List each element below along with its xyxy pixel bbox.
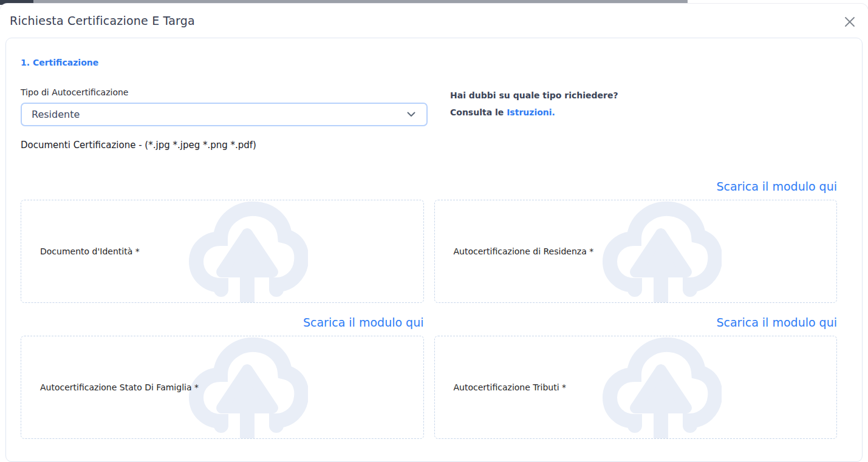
cloud-upload-icon — [600, 200, 722, 303]
section-step-title: 1. Certificazione — [21, 58, 837, 67]
form-panel: 1. Certificazione Tipo di Autocertificaz… — [5, 38, 863, 462]
download-link-spacer — [21, 178, 424, 194]
download-link-row-1: Scarica il modulo qui — [21, 178, 837, 194]
upload-box-autocert-stato-famiglia[interactable]: Autocertificazione Stato Di Famiglia * — [21, 336, 424, 439]
help-question: Hai dubbi su quale tipo richiedere? — [450, 89, 618, 101]
download-module-link-tributi[interactable]: Scarica il modulo qui — [716, 314, 837, 330]
cloud-upload-icon — [600, 336, 722, 439]
modal-header: Richiesta Certificazione E Targa — [0, 4, 868, 38]
close-button[interactable] — [841, 13, 858, 30]
help-answer: Consulta le Istruzioni. — [450, 106, 618, 118]
upload-box-label: Autocertificazione di Residenza * — [454, 246, 594, 256]
upload-grid-row-2: Autocertificazione Stato Di Famiglia * A… — [21, 336, 837, 439]
download-link-row-2: Scarica il modulo qui Scarica il modulo … — [21, 314, 837, 330]
upload-box-autocert-residenza[interactable]: Autocertificazione di Residenza * — [434, 200, 838, 303]
upload-box-documento-identita[interactable]: Documento d'Identità * — [21, 200, 424, 303]
close-icon — [844, 16, 856, 28]
upload-box-label: Autocertificazione Tributi * — [454, 382, 567, 392]
modal-title: Richiesta Certificazione E Targa — [10, 14, 858, 27]
upload-box-label: Autocertificazione Stato Di Famiglia * — [40, 382, 199, 392]
documents-format-label: Documenti Certificazione - (*.jpg *.jpeg… — [21, 140, 837, 151]
cloud-upload-icon — [186, 336, 308, 439]
istruzioni-link[interactable]: Istruzioni. — [507, 107, 555, 117]
cloud-upload-icon — [186, 200, 308, 303]
help-text-block: Hai dubbi su quale tipo richiedere? Cons… — [450, 87, 618, 118]
type-select[interactable]: Residente — [21, 103, 428, 126]
type-row: Tipo di Autocertificazione Residente Hai… — [21, 87, 837, 126]
type-select-value: Residente — [32, 109, 80, 120]
download-module-link-stato-famiglia[interactable]: Scarica il modulo qui — [303, 314, 424, 330]
type-select-label: Tipo di Autocertificazione — [21, 87, 428, 97]
download-module-link-residenza[interactable]: Scarica il modulo qui — [716, 178, 837, 194]
chevron-down-icon — [407, 112, 415, 117]
upload-box-autocert-tributi[interactable]: Autocertificazione Tributi * — [434, 336, 838, 439]
type-select-group: Tipo di Autocertificazione Residente — [21, 87, 428, 126]
help-answer-prefix: Consulta le — [450, 107, 507, 117]
upload-box-label: Documento d'Identità * — [40, 246, 140, 256]
upload-grid-row-1: Documento d'Identità * Autocertificazion… — [21, 200, 837, 303]
modal-richiesta-certificazione: Richiesta Certificazione E Targa 1. Cert… — [0, 4, 868, 462]
